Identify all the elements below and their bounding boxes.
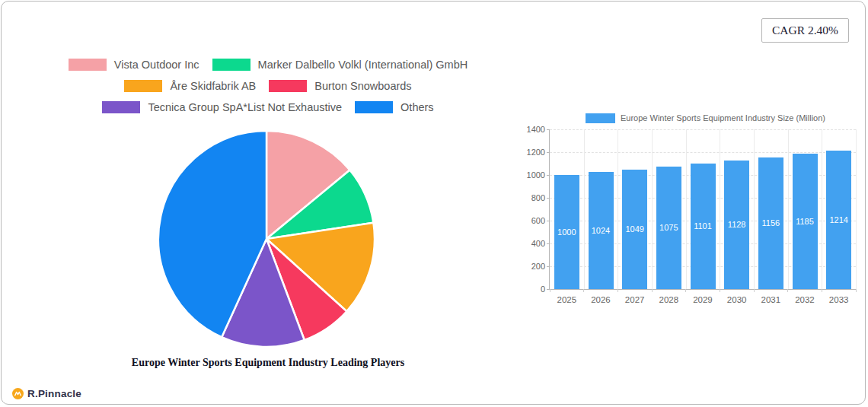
pie-legend-row: Åre Skidfabrik AB Burton Snowboards bbox=[124, 80, 411, 92]
bar-2027: 1049 bbox=[622, 170, 647, 289]
bar-2032: 1185 bbox=[793, 154, 818, 289]
x-axis-tick bbox=[550, 289, 550, 292]
x-axis-tick bbox=[617, 289, 618, 292]
y-axis-tick bbox=[547, 175, 550, 176]
cagr-badge-text: CAGR 2.40% bbox=[772, 24, 838, 37]
bar-value-label: 1214 bbox=[826, 215, 851, 224]
bar-legend-swatch bbox=[586, 113, 615, 123]
y-axis-label: 200 bbox=[531, 262, 545, 271]
y-axis-tick bbox=[547, 243, 550, 244]
pie-legend: Vista Outdoor Inc Marker Dalbello Volkl … bbox=[32, 59, 504, 113]
bar-2033: 1214 bbox=[826, 151, 851, 289]
y-axis-label: 1000 bbox=[527, 170, 545, 180]
legend-swatch bbox=[269, 80, 307, 92]
bar-value-label: 1075 bbox=[656, 223, 681, 232]
x-axis-tick bbox=[754, 289, 755, 292]
x-axis-tick bbox=[685, 289, 686, 292]
y-axis-label: 1400 bbox=[527, 125, 545, 134]
legend-item-tecnica-group[interactable]: Tecnica Group SpA*List Not Exhaustive bbox=[102, 101, 342, 113]
pie-chart bbox=[156, 129, 377, 349]
brand-logo: R.Pinnacle bbox=[12, 388, 81, 399]
gridline-v bbox=[652, 129, 653, 289]
x-axis-tick bbox=[720, 289, 720, 292]
y-axis-tick bbox=[547, 266, 550, 267]
bar-2031: 1156 bbox=[758, 157, 783, 289]
bar-plot: 0200400600800100012001400100010241049107… bbox=[549, 129, 857, 290]
bar-value-label: 1024 bbox=[589, 226, 614, 235]
y-axis-tick bbox=[547, 129, 550, 130]
y-axis-label: 600 bbox=[531, 216, 545, 225]
x-axis-label: 2029 bbox=[686, 295, 720, 304]
report-card: CAGR 2.40% Vista Outdoor Inc Marker Dalb… bbox=[1, 1, 866, 405]
pie-chart-title: Europe Winter Sports Equipment Industry … bbox=[17, 357, 519, 369]
x-axis-label: 2031 bbox=[754, 295, 788, 304]
legend-swatch bbox=[355, 101, 393, 113]
legend-swatch bbox=[124, 80, 162, 92]
legend-label: Marker Dalbello Volkl (International) Gm… bbox=[258, 59, 468, 71]
gridline-v bbox=[720, 129, 720, 289]
gridline-v bbox=[584, 129, 585, 289]
x-axis-label: 2025 bbox=[550, 295, 584, 304]
legend-label: Others bbox=[400, 101, 434, 113]
x-axis-label: 2032 bbox=[788, 295, 822, 304]
x-axis-tick bbox=[652, 289, 653, 292]
legend-label: Tecnica Group SpA*List Not Exhaustive bbox=[148, 101, 342, 113]
bar-2029: 1101 bbox=[691, 164, 716, 289]
y-axis-label: 400 bbox=[531, 239, 545, 248]
pie-legend-row: Vista Outdoor Inc Marker Dalbello Volkl … bbox=[69, 59, 468, 71]
x-axis-label: 2027 bbox=[617, 295, 652, 304]
bar-value-label: 1101 bbox=[691, 221, 716, 231]
gridline-v bbox=[686, 129, 687, 289]
x-axis-label: 2033 bbox=[822, 295, 856, 304]
x-axis-label: 2026 bbox=[584, 295, 618, 304]
x-axis-label: 2030 bbox=[720, 295, 754, 304]
bar-legend-label: Europe Winter Sports Equipment Industry … bbox=[621, 113, 825, 122]
bar-value-label: 1185 bbox=[793, 217, 818, 226]
bar-2030: 1128 bbox=[724, 161, 749, 289]
bar-value-label: 1049 bbox=[622, 224, 647, 234]
y-axis-label: 0 bbox=[541, 285, 545, 294]
y-axis-tick bbox=[547, 221, 550, 221]
legend-item-burton-snowboards[interactable]: Burton Snowboards bbox=[269, 80, 411, 92]
x-axis-tick bbox=[856, 289, 857, 292]
legend-item-others[interactable]: Others bbox=[355, 101, 434, 113]
legend-label: Burton Snowboards bbox=[314, 80, 411, 92]
bar-value-label: 1156 bbox=[758, 218, 783, 227]
gridline-v bbox=[754, 129, 755, 289]
gridline-v bbox=[788, 129, 789, 289]
gridline-h bbox=[550, 152, 856, 153]
y-axis-tick bbox=[547, 152, 550, 153]
bar-chart-legend[interactable]: Europe Winter Sports Equipment Industry … bbox=[549, 113, 862, 123]
x-axis-tick bbox=[822, 289, 822, 292]
bar-2028: 1075 bbox=[656, 167, 681, 289]
gridline-v bbox=[822, 129, 822, 289]
legend-label: Åre Skidfabrik AB bbox=[170, 80, 256, 92]
legend-label: Vista Outdoor Inc bbox=[114, 59, 199, 71]
x-axis-tick bbox=[787, 289, 788, 292]
bar-value-label: 1128 bbox=[724, 220, 749, 229]
bar-chart: Europe Winter Sports Equipment Industry … bbox=[535, 113, 862, 290]
gridline-h bbox=[550, 129, 856, 130]
legend-item-vista-outdoor[interactable]: Vista Outdoor Inc bbox=[69, 59, 199, 71]
legend-swatch bbox=[102, 101, 140, 113]
legend-swatch bbox=[69, 59, 107, 71]
bar-2026: 1024 bbox=[589, 172, 614, 289]
bar-2025: 1000 bbox=[554, 175, 579, 289]
y-axis-label: 800 bbox=[531, 193, 545, 202]
brand-logo-icon bbox=[12, 388, 24, 399]
bar-value-label: 1000 bbox=[554, 227, 579, 237]
x-axis-label: 2028 bbox=[652, 295, 686, 304]
gridline-v bbox=[617, 129, 618, 289]
y-axis-label: 1200 bbox=[527, 148, 545, 157]
cagr-badge: CAGR 2.40% bbox=[761, 18, 849, 43]
x-axis-tick bbox=[583, 289, 584, 292]
legend-swatch bbox=[212, 59, 251, 71]
pie-legend-row: Tecnica Group SpA*List Not Exhaustive Ot… bbox=[102, 101, 433, 113]
legend-item-are-skidfabrik[interactable]: Åre Skidfabrik AB bbox=[124, 80, 256, 92]
y-axis-tick bbox=[547, 198, 550, 199]
legend-item-marker-dalbello[interactable]: Marker Dalbello Volkl (International) Gm… bbox=[212, 59, 468, 71]
brand-logo-text: R.Pinnacle bbox=[27, 388, 81, 399]
